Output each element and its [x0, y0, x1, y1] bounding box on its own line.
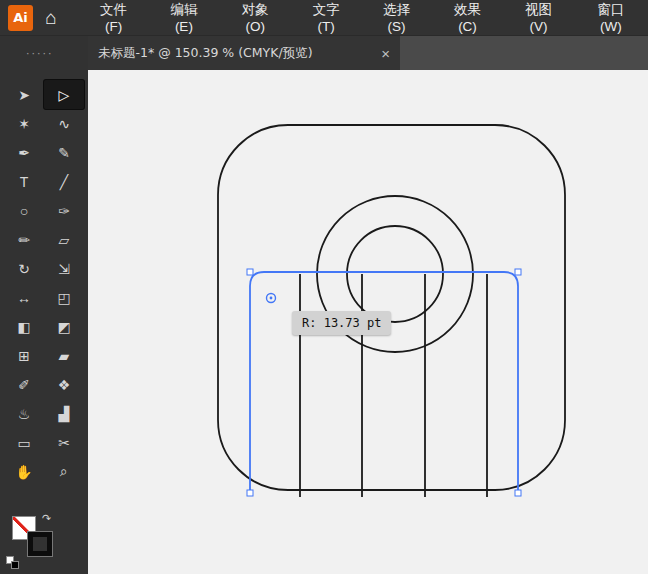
- tools-panel: ➤ ▷ ✶ ∿ ✒ ✎ T ╱ ○ ✑ ✏ ▱ ↻ ⇲ ↔ ◰ ◧ ◩ ⊞ ▰ …: [0, 70, 88, 574]
- menu-edit[interactable]: 编辑(E): [149, 0, 220, 36]
- tool-scale[interactable]: ⇲: [44, 254, 84, 283]
- tool-zoom[interactable]: ⌕: [44, 457, 84, 486]
- tool-width[interactable]: ↔: [4, 283, 44, 312]
- tool-gradient[interactable]: ▰: [44, 341, 84, 370]
- selection-handle-bottom-left[interactable]: [247, 490, 253, 496]
- tool-symbol-sprayer[interactable]: ♨: [4, 399, 44, 428]
- tab-strip-row: ····· 未标题-1* @ 150.39 % (CMYK/预览) ×: [0, 36, 648, 70]
- tool-magic-wand[interactable]: ✶: [4, 109, 44, 138]
- tool-column-graph[interactable]: ▟: [44, 399, 84, 428]
- main-area: ➤ ▷ ✶ ∿ ✒ ✎ T ╱ ○ ✑ ✏ ▱ ↻ ⇲ ↔ ◰ ◧ ◩ ⊞ ▰ …: [0, 70, 648, 574]
- selection-handle-top-right[interactable]: [515, 269, 521, 275]
- swap-fill-stroke-icon[interactable]: ↷: [42, 512, 51, 525]
- tool-eyedropper[interactable]: ✐: [4, 370, 44, 399]
- artboard-canvas[interactable]: R: 13.73 pt: [88, 70, 648, 574]
- tool-blend[interactable]: ❖: [44, 370, 84, 399]
- menu-window[interactable]: 窗口(W): [574, 0, 648, 36]
- menu-type[interactable]: 文字(T): [291, 0, 361, 36]
- mini-stroke-square: [11, 561, 19, 569]
- tab-close-icon[interactable]: ×: [381, 46, 390, 61]
- toolbar-dock-header: ·····: [0, 36, 88, 70]
- tool-rotate[interactable]: ↻: [4, 254, 44, 283]
- tool-direct-selection[interactable]: ▷: [44, 80, 84, 109]
- tool-grid: ➤ ▷ ✶ ∿ ✒ ✎ T ╱ ○ ✑ ✏ ▱ ↻ ⇲ ↔ ◰ ◧ ◩ ⊞ ▰ …: [0, 80, 88, 486]
- app-logo: Ai: [8, 5, 33, 31]
- toolbar-grip-dots[interactable]: ·····: [0, 47, 53, 60]
- live-corner-widget[interactable]: [267, 294, 276, 303]
- menu-list: 文件(F) 编辑(E) 对象(O) 文字(T) 选择(S) 效果(C) 视图(V…: [79, 0, 648, 36]
- document-tab-bar: 未标题-1* @ 150.39 % (CMYK/预览) ×: [88, 36, 648, 70]
- measurement-tooltip: R: 13.73 pt: [292, 311, 391, 335]
- document-tab[interactable]: 未标题-1* @ 150.39 % (CMYK/预览) ×: [88, 36, 400, 70]
- menu-object[interactable]: 对象(O): [219, 0, 291, 36]
- tool-shape-builder[interactable]: ◧: [4, 312, 44, 341]
- selected-rect-path[interactable]: [250, 272, 518, 493]
- tool-slice[interactable]: ✂: [44, 428, 84, 457]
- tool-mesh[interactable]: ⊞: [4, 341, 44, 370]
- default-fill-stroke-icon[interactable]: [6, 556, 20, 570]
- tool-hand[interactable]: ✋: [4, 457, 44, 486]
- fill-stroke-widget: ↷: [12, 516, 58, 562]
- home-icon[interactable]: ⌂: [45, 8, 56, 27]
- menu-select[interactable]: 选择(S): [361, 0, 432, 36]
- menu-view[interactable]: 视图(V): [503, 0, 574, 36]
- tool-perspective-grid[interactable]: ◩: [44, 312, 84, 341]
- menu-file[interactable]: 文件(F): [79, 0, 149, 36]
- selection-handle-bottom-right[interactable]: [515, 490, 521, 496]
- selection-handle-top-left[interactable]: [247, 269, 253, 275]
- menu-effect[interactable]: 效果(C): [432, 0, 503, 36]
- tool-artboard[interactable]: ▭: [4, 428, 44, 457]
- tool-selection[interactable]: ➤: [4, 80, 44, 109]
- tool-paintbrush[interactable]: ✑: [44, 196, 84, 225]
- tool-curvature[interactable]: ✎: [44, 138, 84, 167]
- tool-free-transform[interactable]: ◰: [44, 283, 84, 312]
- tool-line-segment[interactable]: ╱: [44, 167, 84, 196]
- menubar: Ai ⌂ 文件(F) 编辑(E) 对象(O) 文字(T) 选择(S) 效果(C)…: [0, 0, 648, 36]
- tool-pencil[interactable]: ✏: [4, 225, 44, 254]
- tool-pen[interactable]: ✒: [4, 138, 44, 167]
- tool-type[interactable]: T: [4, 167, 44, 196]
- tool-lasso[interactable]: ∿: [44, 109, 84, 138]
- tool-eraser[interactable]: ▱: [44, 225, 84, 254]
- rounded-square-path[interactable]: [218, 125, 565, 490]
- stroke-swatch[interactable]: [28, 532, 52, 556]
- tool-ellipse[interactable]: ○: [4, 196, 44, 225]
- document-tab-title: 未标题-1* @ 150.39 % (CMYK/预览): [98, 45, 371, 62]
